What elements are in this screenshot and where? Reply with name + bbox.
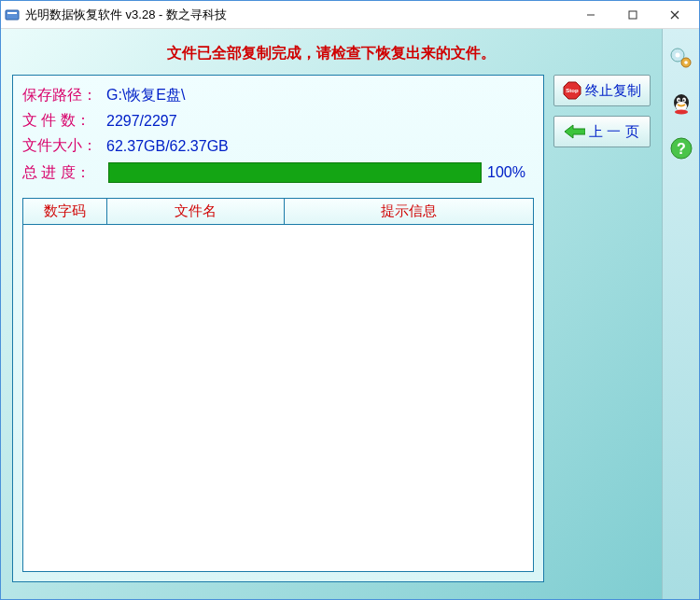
file-count-value: 2297/2297	[106, 113, 177, 130]
svg-point-17	[678, 100, 679, 102]
column-code[interactable]: 数字码	[23, 199, 107, 225]
qq-icon[interactable]	[668, 91, 694, 117]
status-message: 文件已全部复制完成，请检查下恢复出来的文件。	[12, 38, 651, 75]
svg-rect-1	[7, 12, 17, 14]
svg-marker-8	[565, 125, 585, 138]
info-rows: 保存路径： G:\恢复E盘\ 文 件 数： 2297/2297 文件大小： 62…	[22, 83, 534, 192]
titlebar[interactable]: 光明数据恢复软件 v3.28 - 数之寻科技	[1, 1, 699, 29]
table-body[interactable]	[23, 225, 533, 571]
window-controls	[569, 2, 695, 28]
save-path-row: 保存路径： G:\恢复E盘\	[22, 83, 534, 108]
app-icon	[5, 7, 20, 22]
progress-bar	[108, 162, 482, 183]
maximize-button[interactable]	[611, 2, 653, 28]
save-path-label: 保存路径：	[22, 86, 106, 105]
settings-icon[interactable]	[668, 46, 694, 72]
svg-point-10	[675, 53, 679, 58]
svg-point-19	[675, 110, 688, 115]
table-header: 数字码 文件名 提示信息	[23, 199, 533, 225]
help-icon[interactable]: ?	[668, 135, 694, 161]
stop-copy-label: 终止复制	[585, 82, 641, 100]
main-area: 文件已全部复制完成，请检查下恢复出来的文件。 保存路径： G:\恢复E盘\ 文 …	[1, 29, 662, 599]
side-buttons: Stop 终止复制 上 一 页	[553, 75, 651, 582]
svg-text:Stop: Stop	[566, 88, 579, 93]
app-window: 光明数据恢复软件 v3.28 - 数之寻科技 文件已全部复制完成，请检查下恢复出…	[0, 0, 700, 600]
stop-copy-button[interactable]: Stop 终止复制	[553, 75, 651, 106]
save-path-value: G:\恢复E盘\	[106, 86, 185, 105]
close-button[interactable]	[653, 2, 695, 28]
minimize-button[interactable]	[569, 2, 611, 28]
arrow-left-icon	[565, 124, 585, 139]
svg-point-12	[684, 61, 688, 64]
column-filename[interactable]: 文件名	[107, 199, 285, 225]
stop-icon: Stop	[563, 81, 581, 100]
prev-page-label: 上 一 页	[589, 123, 638, 141]
file-count-row: 文 件 数： 2297/2297	[22, 108, 534, 133]
result-table: 数字码 文件名 提示信息	[22, 198, 534, 572]
column-message[interactable]: 提示信息	[285, 199, 533, 225]
progress-row: 总 进 度： 100%	[22, 159, 534, 192]
progress-percent: 100%	[487, 164, 534, 181]
svg-text:?: ?	[677, 141, 686, 157]
file-size-label: 文件大小：	[22, 136, 106, 156]
svg-rect-3	[629, 11, 637, 19]
content-row: 保存路径： G:\恢复E盘\ 文 件 数： 2297/2297 文件大小： 62…	[12, 75, 651, 582]
svg-rect-0	[6, 10, 19, 20]
info-panel: 保存路径： G:\恢复E盘\ 文 件 数： 2297/2297 文件大小： 62…	[12, 75, 544, 582]
body-area: 文件已全部复制完成，请检查下恢复出来的文件。 保存路径： G:\恢复E盘\ 文 …	[1, 29, 699, 599]
file-size-value: 62.37GB/62.37GB	[106, 138, 229, 155]
right-sidebar: ?	[662, 29, 699, 599]
file-size-row: 文件大小： 62.37GB/62.37GB	[22, 133, 534, 159]
window-title: 光明数据恢复软件 v3.28 - 数之寻科技	[25, 7, 569, 23]
prev-page-button[interactable]: 上 一 页	[553, 116, 651, 147]
progress-label: 总 进 度：	[22, 163, 106, 183]
svg-point-18	[682, 100, 684, 102]
file-count-label: 文 件 数：	[22, 111, 106, 131]
